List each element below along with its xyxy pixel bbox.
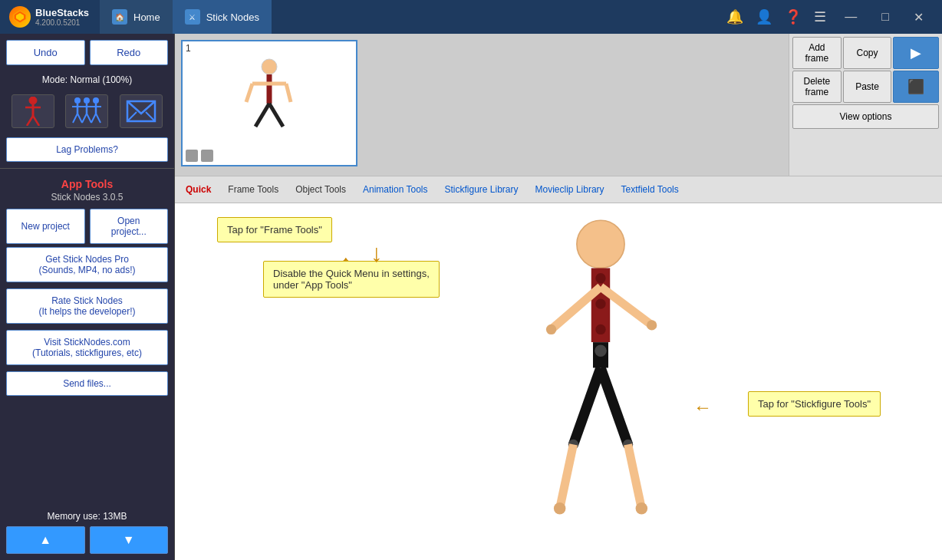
copy-button[interactable]: Copy [843, 37, 892, 69]
stickfigure-tools-arrow: ← [693, 397, 712, 418]
frame-icon-1 [186, 150, 198, 162]
rate-button[interactable]: Rate Stick Nodes(It helps the developer!… [6, 288, 168, 324]
svg-line-47 [601, 367, 628, 444]
open-project-button[interactable]: Openproject... [90, 209, 169, 244]
undo-button[interactable]: Undo [6, 40, 85, 65]
app-tab-label: Stick Nodes [206, 12, 259, 23]
tab-animation-tools[interactable]: Animation Tools [355, 181, 436, 198]
svg-point-2 [29, 97, 37, 104]
svg-line-45 [560, 444, 574, 508]
frame-icons [186, 150, 213, 162]
quick-menu-tooltip: Disable the Quick Menu in settings, unde… [263, 261, 440, 298]
titlebar-controls: 🔔 👤 ❓ ☰ — □ ✕ [714, 8, 942, 25]
svg-point-46 [554, 502, 566, 515]
svg-line-11 [77, 114, 82, 123]
play-button[interactable]: ▶ [893, 37, 939, 69]
lag-problems-button[interactable]: Lag Problems? [6, 137, 168, 162]
svg-line-20 [91, 114, 96, 123]
redo-button[interactable]: Redo [90, 40, 169, 65]
svg-line-5 [27, 116, 33, 126]
minimize-button[interactable]: — [838, 10, 863, 24]
svg-point-35 [595, 298, 605, 308]
frame-1-thumbnail[interactable]: 1 [181, 40, 357, 166]
tab-textfield-tools[interactable]: Textfield Tools [614, 181, 687, 198]
close-button[interactable]: ✕ [907, 10, 930, 25]
svg-line-43 [573, 367, 601, 444]
svg-point-50 [636, 502, 648, 515]
tab-quick[interactable]: Quick [178, 181, 219, 198]
frames-area: 1 [175, 34, 789, 176]
canvas-area[interactable]: Tap for "Frame Tools" ↑ Disable the Quic… [175, 203, 942, 560]
main-stickfigure[interactable] [466, 219, 735, 525]
frame-tools-tooltip: Tap for "Frame Tools" [217, 217, 332, 242]
top-area: 1 [175, 34, 942, 176]
right-panel: 1 [175, 34, 942, 560]
frame-icon-2 [201, 150, 213, 162]
single-stickman-icon[interactable] [12, 94, 54, 128]
svg-line-28 [246, 84, 252, 102]
svg-line-30 [255, 104, 269, 127]
svg-point-40 [546, 324, 556, 334]
tab-stickfigure-library[interactable]: Stickfigure Library [436, 181, 525, 198]
tab-frame-tools[interactable]: Frame Tools [220, 181, 286, 198]
fast-forward-button[interactable]: ⬛ [893, 71, 939, 103]
svg-line-29 [286, 84, 291, 102]
svg-line-31 [269, 104, 283, 127]
group-stickman-icon[interactable] [65, 94, 108, 128]
send-files-button[interactable]: Send files... [6, 371, 168, 396]
memory-up-button[interactable]: ▲ [6, 526, 85, 554]
memory-text: Memory use: 13MB [6, 511, 168, 522]
sidebar: Undo Redo Mode: Normal (100%) [0, 34, 175, 560]
undo-redo-row: Undo Redo [0, 34, 174, 71]
delete-frame-button[interactable]: Delete frame [792, 71, 842, 103]
mode-text: Mode: Normal (100%) [0, 71, 174, 88]
titlebar: BlueStacks 4.200.0.5201 🏠 Home ⚔ Stick N… [0, 0, 942, 34]
app-tools-section: App Tools Stick Nodes 3.0.5 New project … [0, 172, 174, 405]
account-icon[interactable]: 👤 [756, 8, 772, 25]
memory-section: Memory use: 13MB ▲ ▼ [0, 505, 174, 560]
tab-movieclip-library[interactable]: Movieclip Library [528, 181, 612, 198]
frame-ctrl-row-2: Delete frame Paste ⬛ [792, 71, 939, 103]
app-tools-subtitle: Stick Nodes 3.0.5 [6, 192, 168, 203]
svg-line-23 [127, 112, 137, 121]
sidebar-icons-row [0, 88, 174, 134]
bluestacks-logo: BlueStacks 4.200.0.5201 [0, 6, 100, 28]
svg-point-34 [595, 273, 605, 283]
brand-info: BlueStacks 4.200.0.5201 [35, 7, 89, 27]
help-icon[interactable]: ❓ [785, 8, 802, 25]
envelope-icon[interactable] [120, 94, 163, 128]
new-project-button[interactable]: New project [6, 209, 85, 244]
app-tab-icon: ⚔ [185, 9, 200, 25]
project-buttons: New project Openproject... [6, 209, 168, 244]
svg-line-49 [628, 444, 642, 508]
app-tab[interactable]: ⚔ Stick Nodes [173, 0, 272, 34]
bluestacks-icon [9, 6, 31, 28]
get-pro-button[interactable]: Get Stick Nodes Pro(Sounds, MP4, no ads!… [6, 247, 168, 282]
bell-icon[interactable]: 🔔 [726, 8, 743, 25]
svg-point-7 [74, 97, 81, 104]
svg-line-16 [87, 114, 91, 123]
svg-line-24 [146, 112, 155, 121]
memory-buttons: ▲ ▼ [6, 526, 168, 554]
svg-point-38 [595, 344, 607, 357]
view-options-button[interactable]: View options [792, 104, 939, 129]
brand-name: BlueStacks [35, 7, 89, 18]
frame-controls: Add frame Copy ▶ Delete frame Paste ⬛ Vi… [789, 34, 942, 176]
paste-button[interactable]: Paste [843, 71, 892, 103]
home-tab[interactable]: 🏠 Home [100, 0, 173, 34]
svg-point-32 [577, 220, 624, 268]
menu-icon[interactable]: ☰ [814, 8, 826, 25]
add-frame-button[interactable]: Add frame [792, 37, 842, 69]
quick-menu-arrow: ↓ [371, 239, 383, 268]
maximize-button[interactable]: □ [875, 10, 895, 24]
svg-line-15 [82, 114, 87, 123]
svg-point-36 [595, 324, 605, 334]
home-tab-label: Home [133, 12, 160, 23]
visit-website-button[interactable]: Visit StickNodes.com(Tutorials, stickfig… [6, 330, 168, 365]
svg-point-17 [93, 97, 99, 104]
tab-object-tools[interactable]: Object Tools [288, 181, 354, 198]
app-tools-title: App Tools [6, 178, 168, 190]
svg-line-10 [73, 114, 77, 123]
brand-version: 4.200.0.5201 [35, 18, 89, 27]
memory-down-button[interactable]: ▼ [90, 526, 169, 554]
